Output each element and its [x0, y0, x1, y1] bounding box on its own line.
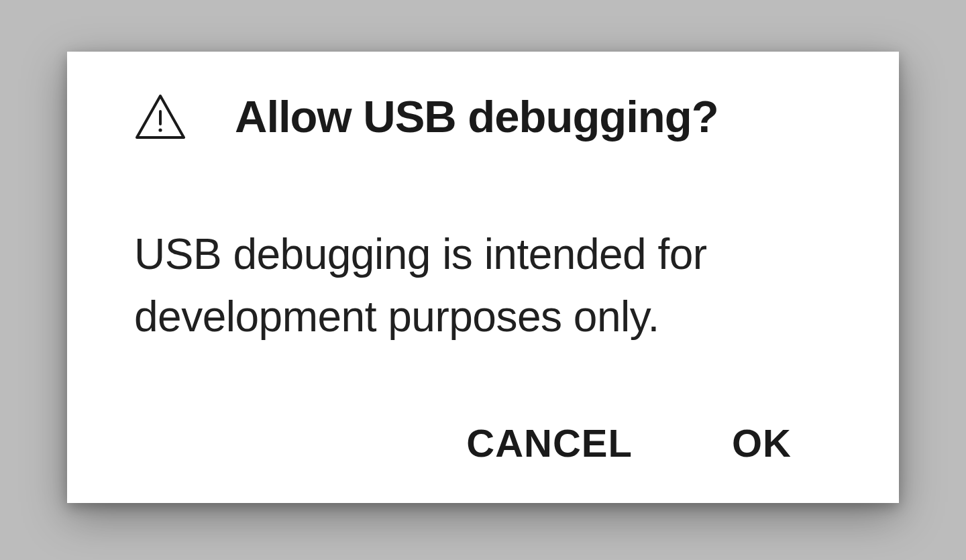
- dialog-header: Allow USB debugging?: [134, 92, 832, 142]
- usb-debugging-dialog: Allow USB debugging? USB debugging is in…: [67, 52, 899, 502]
- dialog-actions: CANCEL OK: [134, 421, 832, 471]
- dialog-body-text: USB debugging is intended for developmen…: [134, 223, 832, 348]
- svg-point-1: [158, 129, 162, 132]
- warning-icon: [134, 93, 186, 140]
- cancel-button[interactable]: CANCEL: [466, 421, 633, 465]
- dialog-title: Allow USB debugging?: [235, 92, 718, 142]
- ok-button[interactable]: OK: [732, 421, 792, 465]
